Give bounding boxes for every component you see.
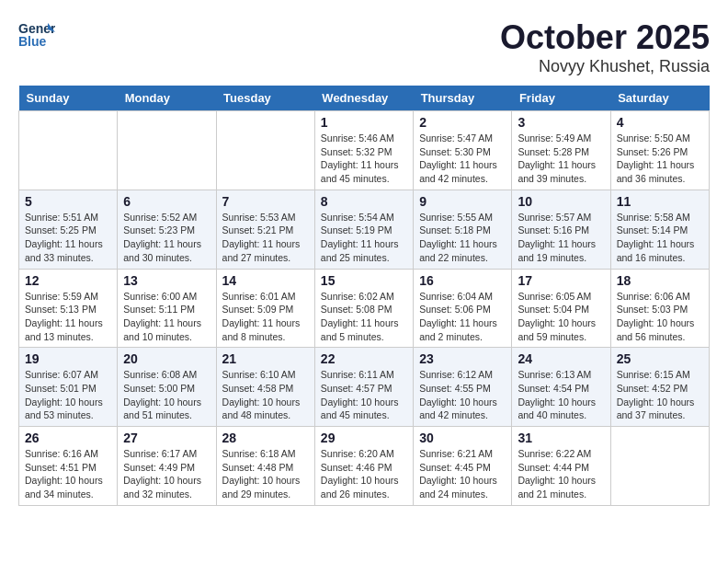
day-info: Sunrise: 5:50 AMSunset: 5:26 PMDaylight:… (617, 132, 703, 186)
day-number: 31 (518, 431, 604, 445)
day-number: 24 (518, 351, 604, 366)
calendar-day-cell: 10Sunrise: 5:57 AMSunset: 5:16 PMDayligh… (512, 190, 610, 269)
calendar-day-cell: 5Sunrise: 5:51 AMSunset: 5:25 PMDaylight… (19, 190, 118, 269)
calendar-day-cell: 26Sunrise: 6:16 AMSunset: 4:51 PMDayligh… (19, 427, 118, 506)
day-of-week-header: Monday (118, 86, 216, 111)
day-info: Sunrise: 5:51 AMSunset: 5:25 PMDaylight:… (25, 211, 111, 265)
day-info: Sunrise: 6:17 AMSunset: 4:49 PMDaylight:… (123, 447, 210, 501)
calendar-day-cell: 22Sunrise: 6:11 AMSunset: 4:57 PMDayligh… (314, 348, 413, 427)
day-number: 8 (321, 194, 407, 209)
day-number: 23 (419, 351, 506, 366)
day-number: 18 (617, 273, 703, 288)
calendar-day-cell: 20Sunrise: 6:08 AMSunset: 5:00 PMDayligh… (118, 348, 216, 427)
day-number: 11 (617, 194, 703, 209)
day-of-week-header: Wednesday (314, 86, 413, 111)
day-info: Sunrise: 6:12 AMSunset: 4:55 PMDaylight:… (419, 368, 506, 422)
day-number: 17 (518, 273, 604, 288)
calendar-day-cell: 29Sunrise: 6:20 AMSunset: 4:46 PMDayligh… (314, 427, 413, 506)
day-number: 5 (25, 194, 111, 209)
page-header: General Blue October 2025 Novyy Khushet,… (18, 18, 710, 76)
svg-text:Blue: Blue (18, 34, 47, 49)
calendar-week-row: 12Sunrise: 5:59 AMSunset: 5:13 PMDayligh… (19, 269, 710, 348)
day-info: Sunrise: 6:11 AMSunset: 4:57 PMDaylight:… (321, 368, 407, 422)
calendar-day-cell: 31Sunrise: 6:22 AMSunset: 4:44 PMDayligh… (512, 427, 610, 506)
day-number: 4 (617, 115, 703, 130)
day-info: Sunrise: 5:57 AMSunset: 5:16 PMDaylight:… (518, 211, 604, 265)
day-number: 9 (419, 194, 506, 209)
month-title: October 2025 (500, 18, 710, 57)
calendar-day-cell: 24Sunrise: 6:13 AMSunset: 4:54 PMDayligh… (512, 348, 610, 427)
day-info: Sunrise: 6:20 AMSunset: 4:46 PMDaylight:… (321, 447, 407, 501)
day-number: 1 (321, 115, 407, 130)
day-of-week-header: Friday (512, 86, 610, 111)
logo: General Blue (18, 18, 55, 51)
day-number: 7 (222, 194, 309, 209)
calendar-day-cell: 19Sunrise: 6:07 AMSunset: 5:01 PMDayligh… (19, 348, 118, 427)
calendar-day-cell: 23Sunrise: 6:12 AMSunset: 4:55 PMDayligh… (414, 348, 512, 427)
calendar-day-cell: 1Sunrise: 5:46 AMSunset: 5:32 PMDaylight… (314, 111, 413, 190)
title-block: October 2025 Novyy Khushet, Russia (500, 18, 710, 76)
day-info: Sunrise: 6:04 AMSunset: 5:06 PMDaylight:… (419, 290, 506, 344)
calendar-week-row: 26Sunrise: 6:16 AMSunset: 4:51 PMDayligh… (19, 427, 710, 506)
day-info: Sunrise: 6:10 AMSunset: 4:58 PMDaylight:… (222, 368, 309, 422)
day-number: 29 (321, 431, 407, 445)
calendar-day-cell: 28Sunrise: 6:18 AMSunset: 4:48 PMDayligh… (216, 427, 314, 506)
day-of-week-header: Tuesday (216, 86, 314, 111)
day-info: Sunrise: 5:49 AMSunset: 5:28 PMDaylight:… (518, 132, 604, 186)
day-number: 30 (419, 431, 506, 445)
day-number: 28 (222, 431, 309, 445)
day-info: Sunrise: 6:00 AMSunset: 5:11 PMDaylight:… (123, 290, 210, 344)
calendar-week-row: 5Sunrise: 5:51 AMSunset: 5:25 PMDaylight… (19, 190, 710, 269)
day-number: 27 (123, 431, 210, 445)
calendar-day-cell: 16Sunrise: 6:04 AMSunset: 5:06 PMDayligh… (414, 269, 512, 348)
day-info: Sunrise: 6:02 AMSunset: 5:08 PMDaylight:… (321, 290, 407, 344)
day-number: 2 (419, 115, 506, 130)
calendar-day-cell: 13Sunrise: 6:00 AMSunset: 5:11 PMDayligh… (118, 269, 216, 348)
day-info: Sunrise: 6:08 AMSunset: 5:00 PMDaylight:… (123, 368, 210, 422)
day-info: Sunrise: 6:06 AMSunset: 5:03 PMDaylight:… (617, 290, 703, 344)
day-info: Sunrise: 5:53 AMSunset: 5:21 PMDaylight:… (222, 211, 309, 265)
calendar-day-cell: 9Sunrise: 5:55 AMSunset: 5:18 PMDaylight… (414, 190, 512, 269)
day-number: 21 (222, 351, 309, 366)
calendar-day-cell: 30Sunrise: 6:21 AMSunset: 4:45 PMDayligh… (414, 427, 512, 506)
day-info: Sunrise: 5:47 AMSunset: 5:30 PMDaylight:… (419, 132, 506, 186)
day-number: 25 (617, 351, 703, 366)
calendar-header-row: SundayMondayTuesdayWednesdayThursdayFrid… (19, 86, 710, 111)
day-number: 3 (518, 115, 604, 130)
day-info: Sunrise: 5:58 AMSunset: 5:14 PMDaylight:… (617, 211, 703, 265)
calendar-day-cell: 12Sunrise: 5:59 AMSunset: 5:13 PMDayligh… (19, 269, 118, 348)
day-info: Sunrise: 6:16 AMSunset: 4:51 PMDaylight:… (25, 447, 111, 501)
calendar-day-cell: 11Sunrise: 5:58 AMSunset: 5:14 PMDayligh… (610, 190, 709, 269)
calendar-day-cell (610, 427, 709, 506)
day-info: Sunrise: 6:07 AMSunset: 5:01 PMDaylight:… (25, 368, 111, 422)
logo-icon: General Blue (18, 18, 55, 51)
calendar-week-row: 19Sunrise: 6:07 AMSunset: 5:01 PMDayligh… (19, 348, 710, 427)
day-number: 15 (321, 273, 407, 288)
day-info: Sunrise: 6:05 AMSunset: 5:04 PMDaylight:… (518, 290, 604, 344)
calendar-day-cell (19, 111, 118, 190)
day-info: Sunrise: 5:52 AMSunset: 5:23 PMDaylight:… (123, 211, 210, 265)
day-number: 19 (25, 351, 111, 366)
calendar-day-cell: 6Sunrise: 5:52 AMSunset: 5:23 PMDaylight… (118, 190, 216, 269)
day-info: Sunrise: 5:46 AMSunset: 5:32 PMDaylight:… (321, 132, 407, 186)
calendar-day-cell: 18Sunrise: 6:06 AMSunset: 5:03 PMDayligh… (610, 269, 709, 348)
calendar-week-row: 1Sunrise: 5:46 AMSunset: 5:32 PMDaylight… (19, 111, 710, 190)
day-number: 20 (123, 351, 210, 366)
calendar-day-cell: 7Sunrise: 5:53 AMSunset: 5:21 PMDaylight… (216, 190, 314, 269)
day-number: 6 (123, 194, 210, 209)
day-number: 16 (419, 273, 506, 288)
day-info: Sunrise: 6:01 AMSunset: 5:09 PMDaylight:… (222, 290, 309, 344)
calendar-table: SundayMondayTuesdayWednesdayThursdayFrid… (18, 86, 710, 506)
calendar-day-cell: 8Sunrise: 5:54 AMSunset: 5:19 PMDaylight… (314, 190, 413, 269)
day-number: 14 (222, 273, 309, 288)
day-of-week-header: Saturday (610, 86, 709, 111)
calendar-day-cell: 25Sunrise: 6:15 AMSunset: 4:52 PMDayligh… (610, 348, 709, 427)
calendar-day-cell (216, 111, 314, 190)
day-info: Sunrise: 5:59 AMSunset: 5:13 PMDaylight:… (25, 290, 111, 344)
calendar-day-cell: 2Sunrise: 5:47 AMSunset: 5:30 PMDaylight… (414, 111, 512, 190)
calendar-day-cell: 4Sunrise: 5:50 AMSunset: 5:26 PMDaylight… (610, 111, 709, 190)
day-of-week-header: Thursday (414, 86, 512, 111)
day-info: Sunrise: 6:21 AMSunset: 4:45 PMDaylight:… (419, 447, 506, 501)
day-number: 10 (518, 194, 604, 209)
day-info: Sunrise: 5:54 AMSunset: 5:19 PMDaylight:… (321, 211, 407, 265)
